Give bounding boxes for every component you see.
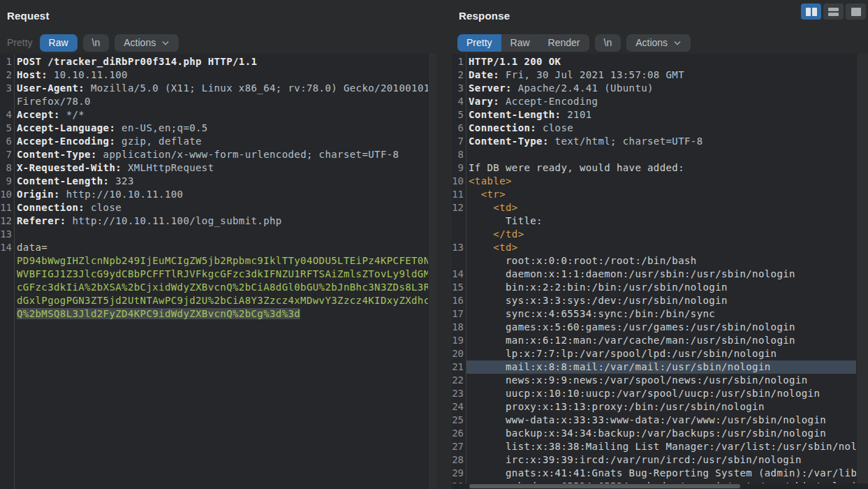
line-number: 2: [452, 68, 466, 82]
code-span: <tr>: [481, 189, 506, 200]
code-span: gnats:x:41:41:Gnats Bug-Reporting System…: [469, 467, 868, 479]
code-span: sync:x:4:65534:sync:/bin:/bin/sync: [469, 308, 715, 319]
code-row: Firefox/78.0: [0, 95, 436, 108]
code-row: 9If DB were ready, would have added:: [452, 161, 868, 175]
line-number: 14: [0, 241, 15, 254]
code-span: Fri, 30 Jul 2021 13:57:08 GMT: [499, 69, 684, 80]
split-columns-icon: [812, 8, 817, 16]
line-number: 12: [0, 214, 15, 228]
code-span: Firefox/78.0: [17, 96, 91, 107]
code-span: <td>: [493, 202, 517, 213]
split-columns-icon: [806, 8, 811, 16]
code-row: 8: [452, 148, 868, 161]
line-number: 6: [452, 122, 466, 135]
line-number: 9: [0, 175, 15, 188]
code-span: uucp:x:10:10:uucp:/var/spool/uucp:/usr/s…: [469, 388, 820, 399]
line-number: 6: [0, 135, 15, 148]
line-number: 4: [0, 108, 15, 122]
split-rows-icon: [828, 8, 839, 16]
line-number: [0, 281, 15, 294]
code-span: irc:x:39:39:ircd:/var/run/ircd:/usr/sbin…: [469, 454, 802, 465]
code-span: close: [536, 122, 573, 133]
horizontal-scrollbar-thumb[interactable]: [469, 484, 740, 488]
code-row: 7Content-Type: text/html; charset=UTF-8: [452, 135, 868, 148]
code-row: 29 gnats:x:41:41:Gnats Bug-Reporting Sys…: [452, 467, 868, 480]
code-span: application/x-www-form-urlencoded; chars…: [97, 149, 399, 160]
tab-response-render[interactable]: Render: [539, 34, 589, 52]
line-number: 3: [452, 82, 466, 95]
line-number: [0, 294, 15, 307]
code-span: Apache/2.4.41 (Ubuntu): [512, 82, 654, 94]
line-number: 5: [452, 108, 466, 122]
code-span: http://10.10.11.100: [60, 189, 184, 200]
tab-request-pretty[interactable]: Pretty: [0, 34, 40, 52]
line-number: 29: [452, 467, 466, 480]
line-number: 26: [452, 427, 466, 440]
code-span: Content-Type:: [469, 136, 549, 147]
line-number: 1: [452, 55, 466, 68]
line-number: 11: [0, 201, 15, 214]
code-span: Connection:: [469, 122, 536, 133]
line-number: 12: [452, 201, 466, 214]
response-editor[interactable]: 1HTTP/1.1 200 OK2Date: Fri, 30 Jul 2021 …: [452, 54, 868, 489]
tab-response-pretty[interactable]: Pretty: [457, 34, 501, 52]
layout-split-columns-button[interactable]: [801, 3, 821, 20]
code-span: Title:: [469, 215, 543, 226]
code-span: list:x:38:38:Mailing List Manager:/var/l…: [469, 441, 868, 452]
chevron-down-icon: [673, 37, 682, 48]
code-row: 12Referer: http://10.10.11.100/log_submi…: [0, 214, 436, 228]
tab-response-linebreaks[interactable]: \n: [595, 34, 621, 52]
response-actions-button[interactable]: Actions: [626, 34, 691, 52]
code-span: Q%2bMSQ8L3Jld2FyZD4KPC9idWdyZXBvcnQ%2bCg…: [17, 308, 300, 319]
request-tab-bar: Pretty Raw \n Actions: [0, 34, 179, 52]
code-span: Mozilla/5.0 (X11; Linux x86_64; rv:78.0)…: [84, 82, 429, 94]
layout-split-rows-button[interactable]: [823, 3, 844, 20]
response-vertical-scrollbar[interactable]: [856, 54, 868, 489]
response-horizontal-scrollbar[interactable]: [452, 483, 868, 489]
response-tab-bar: Pretty Raw Render \n Actions: [457, 34, 691, 52]
code-span: XMLHttpRequest: [122, 162, 214, 173]
code-row: 26 backup:x:34:34:backup:/var/backups:/u…: [452, 427, 868, 440]
code-row: 20 lp:x:7:7:lp:/var/spool/lpd:/usr/sbin/…: [452, 347, 868, 360]
tab-request-raw[interactable]: Raw: [40, 34, 78, 52]
line-number: 24: [452, 400, 466, 414]
request-vertical-scrollbar[interactable]: [428, 54, 436, 489]
code-span: </td>: [493, 228, 524, 240]
line-number: 8: [452, 148, 466, 161]
code-span: HTTP/1.1 200 OK: [469, 56, 561, 67]
line-number: [0, 254, 15, 268]
code-row: Q%2bMSQ8L3Jld2FyZD4KPC9idWdyZXBvcnQ%2bCg…: [0, 307, 436, 321]
code-span: Referer:: [17, 215, 66, 226]
code-span: If DB were ready, would have added:: [469, 162, 684, 173]
code-span: Host:: [17, 69, 47, 80]
code-row: 25 www-data:x:33:33:www-data:/var/www:/u…: [452, 414, 868, 427]
line-number: 17: [452, 307, 466, 321]
code-row: 13: [0, 228, 436, 241]
code-row: Title:: [452, 214, 868, 228]
code-span: http://10.10.11.100/log_submit.php: [66, 215, 282, 226]
line-number: 19: [452, 334, 466, 347]
code-span: dGxlPgogPGN3ZT5jd2UtNTAwPC9jd2U%2bCiA8Y3…: [17, 295, 436, 306]
request-editor[interactable]: 1POST /tracker_diRbPr00f314.php HTTP/1.1…: [0, 54, 436, 489]
line-number: 15: [452, 281, 466, 294]
code-row: 3User-Agent: Mozilla/5.0 (X11; Linux x86…: [0, 82, 436, 95]
code-row: 18 games:x:5:60:games:/usr/games:/usr/sb…: [452, 321, 868, 334]
code-span: 10.10.11.100: [47, 69, 128, 80]
tab-response-raw[interactable]: Raw: [501, 34, 539, 52]
code-row: 23 uucp:x:10:10:uucp:/var/spool/uucp:/us…: [452, 387, 868, 400]
code-span: www-data:x:33:33:www-data:/var/www:/usr/…: [469, 414, 826, 425]
request-actions-button[interactable]: Actions: [115, 34, 179, 52]
code-span: PD94bWwgIHZlcnNpb249IjEuMCIgZW5jb2Rpbmc9…: [17, 255, 436, 266]
code-row: </td>: [452, 228, 868, 241]
code-span: Content-Length:: [17, 175, 109, 187]
code-span: cGFzc3dkIiA%2bXSA%2bCjxidWdyZXBvcnQ%2bCi…: [17, 282, 436, 293]
layout-single-pane-button[interactable]: [846, 3, 866, 20]
line-number: 21: [452, 360, 466, 374]
code-row: 24 proxy:x:13:13:proxy:/bin:/usr/sbin/no…: [452, 400, 868, 414]
code-span: <td>: [493, 242, 517, 253]
tab-request-linebreaks[interactable]: \n: [83, 34, 110, 52]
view-layout-switcher: [801, 3, 866, 20]
code-row: 3Server: Apache/2.4.41 (Ubuntu): [452, 82, 868, 95]
code-row: 7Content-Type: application/x-www-form-ur…: [0, 148, 436, 161]
line-number: 4: [452, 95, 466, 108]
